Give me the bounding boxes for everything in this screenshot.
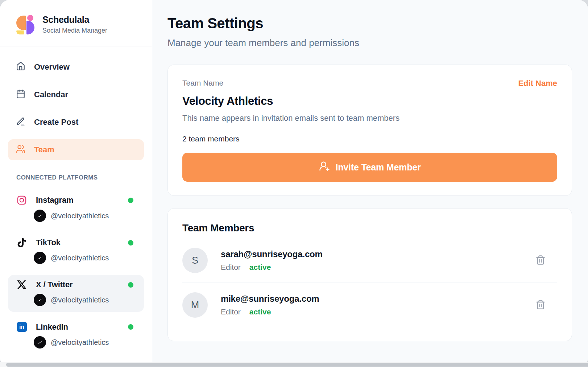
connected-status-dot [128, 198, 133, 203]
platform-linkedin[interactable]: in LinkedIn @velocityathletics [8, 317, 144, 354]
sidebar-nav: Overview Calendar [0, 46, 152, 169]
member-role: Editor [221, 308, 241, 316]
velocity-swoosh-icon [34, 336, 46, 349]
app-name: Schedulala [42, 15, 107, 25]
main-content: Team Settings Manage your team members a… [152, 0, 588, 367]
team-name-value: Velocity Athletics [182, 95, 557, 108]
platform-tiktok[interactable]: TikTok @velocityathletics [8, 233, 144, 270]
member-status-badge: active [249, 263, 271, 272]
home-icon [16, 62, 25, 73]
connected-platforms-heading: CONNECTED PLATFORMS [8, 174, 144, 181]
invite-team-member-button[interactable]: Invite Team Member [182, 153, 557, 182]
app-title-block: Schedulala Social Media Manager [42, 15, 107, 34]
page-title: Team Settings [167, 15, 572, 32]
horizontal-scrollbar [0, 362, 588, 367]
member-role: Editor [221, 263, 241, 272]
connected-status-dot [128, 282, 133, 288]
sidebar-item-team[interactable]: Team [8, 139, 144, 160]
platform-handle: @velocityathletics [51, 254, 109, 262]
sidebar-item-calendar[interactable]: Calendar [8, 84, 144, 105]
logo-pink-shape [27, 15, 33, 21]
platform-x-twitter[interactable]: X / Twitter @velocityathletics [8, 275, 144, 312]
team-name-card: Team Name Edit Name Velocity Athletics T… [167, 65, 572, 196]
avatar: S [182, 248, 208, 273]
platform-handle: @velocityathletics [51, 338, 109, 347]
edit-name-link[interactable]: Edit Name [518, 79, 557, 88]
logo-yellow-shape [16, 30, 24, 34]
logo-orange-shape [16, 16, 26, 30]
sidebar-item-label: Create Post [34, 117, 78, 127]
connected-platforms-section: CONNECTED PLATFORMS Instagram [0, 169, 152, 359]
platform-name: X / Twitter [36, 280, 119, 289]
platform-handle: @velocityathletics [51, 296, 109, 304]
linkedin-icon: in [16, 322, 27, 332]
tiktok-icon [16, 238, 27, 247]
team-members-card: Team Members S sarah@sunriseyoga.com Edi… [167, 208, 572, 341]
member-row: S sarah@sunriseyoga.com Editor active [182, 238, 557, 283]
connected-status-dot [128, 324, 133, 330]
trash-icon [535, 261, 546, 266]
calendar-icon [16, 89, 25, 100]
velocity-swoosh-icon [34, 294, 46, 306]
platform-name: Instagram [36, 195, 119, 205]
page-subtitle: Manage your team members and permissions [167, 37, 572, 49]
member-email: mike@sunriseyoga.com [221, 294, 527, 304]
horizontal-scrollbar-thumb[interactable] [6, 363, 588, 367]
platform-name: TikTok [36, 238, 119, 247]
team-name-label: Team Name [182, 79, 223, 87]
platform-instagram[interactable]: Instagram @velocityathletics [8, 190, 144, 228]
app-window: Schedulala Social Media Manager Overview [0, 0, 588, 367]
avatar: M [182, 292, 208, 318]
sidebar-item-label: Overview [34, 62, 70, 72]
member-row: M mike@sunriseyoga.com Editor active [182, 283, 557, 327]
platform-name: LinkedIn [36, 322, 119, 332]
team-members-title: Team Members [182, 222, 557, 234]
sidebar-item-label: Team [34, 145, 54, 154]
delete-member-button[interactable] [534, 253, 547, 268]
sidebar-item-create-post[interactable]: Create Post [8, 112, 144, 133]
delete-member-button[interactable] [534, 298, 547, 312]
invite-button-label: Invite Team Member [336, 162, 421, 173]
velocity-swoosh-icon [34, 210, 46, 222]
team-member-count: 2 team members [182, 135, 557, 143]
member-email: sarah@sunriseyoga.com [221, 249, 527, 259]
app-logo-section: Schedulala Social Media Manager [0, 0, 152, 46]
sidebar: Schedulala Social Media Manager Overview [0, 0, 152, 367]
trash-icon [535, 305, 546, 311]
connected-status-dot [128, 240, 133, 246]
app-tagline: Social Media Manager [42, 27, 107, 34]
users-icon [16, 144, 25, 155]
x-twitter-icon [16, 280, 27, 289]
velocity-swoosh-icon [34, 252, 46, 264]
app-logo-icon [16, 15, 35, 34]
sidebar-item-label: Calendar [34, 90, 68, 99]
platform-handle: @velocityathletics [51, 212, 109, 220]
team-name-description: This name appears in invitation emails s… [182, 114, 557, 123]
sidebar-item-overview[interactable]: Overview [8, 57, 144, 78]
instagram-icon [16, 195, 27, 205]
pencil-icon [16, 117, 25, 128]
logo-purple-shape [26, 21, 34, 34]
member-status-badge: active [249, 308, 271, 316]
user-plus-icon [319, 161, 330, 174]
